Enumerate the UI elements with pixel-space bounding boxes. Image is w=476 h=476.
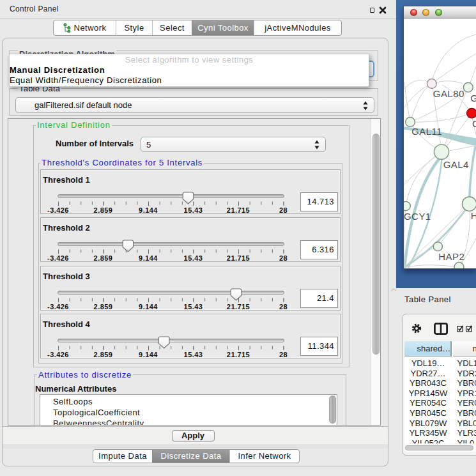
svg-text:9.144: 9.144 — [139, 254, 158, 261]
svg-text:-3.426: -3.426 — [47, 206, 69, 213]
svg-text:2.859: 2.859 — [94, 254, 113, 261]
svg-text:21.715: 21.715 — [227, 351, 250, 358]
svg-text:9.144: 9.144 — [139, 351, 158, 358]
svg-text:GA: GA — [470, 93, 476, 104]
svg-text:-3.426: -3.426 — [47, 351, 69, 358]
svg-text:2.859: 2.859 — [94, 351, 113, 358]
svg-text:15.43: 15.43 — [184, 351, 203, 358]
svg-text:-3.426: -3.426 — [47, 303, 69, 310]
svg-text:9.144: 9.144 — [139, 303, 158, 310]
svg-text:2.859: 2.859 — [94, 206, 113, 213]
svg-text:GCY1: GCY1 — [404, 211, 431, 222]
svg-text:28: 28 — [279, 254, 288, 261]
svg-text:28: 28 — [279, 351, 288, 358]
svg-text:GAL4: GAL4 — [443, 159, 469, 170]
svg-text:28: 28 — [279, 206, 288, 213]
svg-text:GAL80: GAL80 — [433, 88, 464, 99]
svg-text:21.715: 21.715 — [227, 254, 250, 261]
svg-text:21.715: 21.715 — [227, 206, 250, 213]
svg-text:CY: CY — [472, 118, 476, 129]
svg-text:15.43: 15.43 — [184, 303, 203, 310]
svg-text:HAP2: HAP2 — [438, 251, 464, 262]
svg-text:GAL11: GAL11 — [411, 126, 442, 137]
svg-text:9.144: 9.144 — [139, 206, 158, 213]
svg-text:15.43: 15.43 — [184, 254, 203, 261]
svg-text:2.859: 2.859 — [94, 303, 113, 310]
svg-text:HA: HA — [471, 210, 476, 221]
svg-text:15.43: 15.43 — [184, 206, 203, 213]
svg-text:21.715: 21.715 — [227, 303, 250, 310]
svg-text:28: 28 — [279, 303, 288, 310]
svg-text:-3.426: -3.426 — [47, 254, 69, 261]
